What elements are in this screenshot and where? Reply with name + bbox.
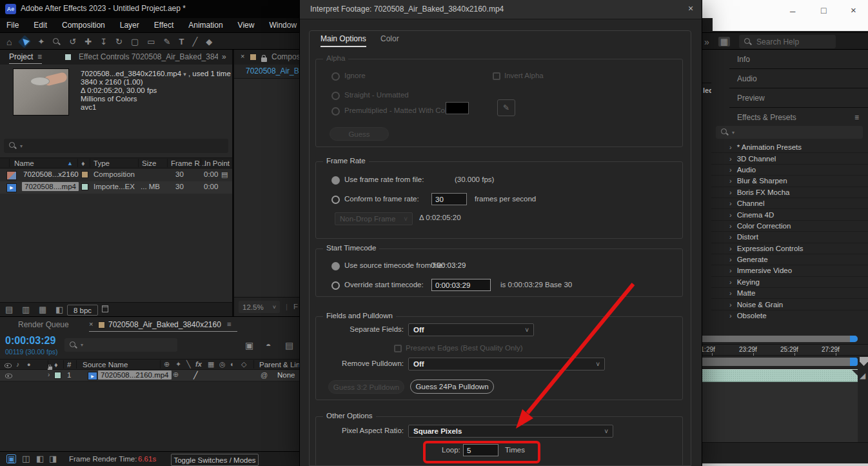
selection-tool-icon[interactable]: ▶ (18, 35, 32, 48)
shape-tool-icon[interactable]: ▭ (147, 37, 155, 46)
adjustment-layer-icon[interactable]: ◐ (230, 361, 235, 368)
maximize-button[interactable]: □ (821, 5, 826, 15)
menu-file[interactable]: File (6, 21, 19, 30)
navigator-end-handle[interactable] (850, 336, 858, 342)
guess-32-pulldown-button[interactable]: Guess 3:2 Pulldown (328, 380, 404, 394)
pixel-aspect-ratio-dropdown[interactable]: Square Pixels˅ (408, 425, 613, 438)
search-help-box[interactable]: Search Help (739, 35, 836, 48)
color-label-tan[interactable] (81, 171, 88, 178)
table-row-footage[interactable]: ▶ 7020508....mp4 Importe...EX ... MB 30 … (0, 181, 232, 194)
video-column-icon[interactable] (5, 363, 12, 369)
tab-render-queue[interactable]: Render Queue (18, 320, 69, 329)
matte-color-swatch[interactable] (446, 102, 469, 114)
timeline-navigator-bar[interactable] (702, 336, 858, 342)
close-tab-icon[interactable]: × (241, 52, 244, 60)
effects-category-color-correction[interactable]: ›Color Correction (711, 221, 868, 232)
search-options-caret-icon[interactable]: ▾ (20, 143, 23, 149)
menu-effect[interactable]: Effect (154, 21, 173, 30)
tab-composition-timeline[interactable]: 7020508_Air_Baked_3840x2160 (108, 320, 221, 329)
conform-frame-rate-radio[interactable] (331, 196, 340, 204)
toggle-switches-modes-button[interactable]: Toggle Switches / Modes (171, 454, 259, 466)
layer-expander-icon[interactable]: › (48, 371, 50, 378)
invert-alpha-checkbox[interactable] (493, 72, 500, 80)
footage-thumbnail[interactable] (13, 68, 69, 116)
color-label-teal[interactable] (81, 183, 88, 190)
panel-menu-icon[interactable]: ≡ (37, 52, 42, 61)
viewer-zoom-dropdown[interactable]: 12.5%˅ (239, 301, 280, 313)
panel-header-effects-presets[interactable]: Effects & Presets (737, 113, 796, 122)
straight-unmatted-radio[interactable] (331, 92, 340, 100)
frame-blending-toggle-icon[interactable]: ▣ (6, 454, 16, 463)
plugins-icon[interactable]: ▦ (718, 37, 730, 46)
rotation-tool-icon[interactable]: ↻ (115, 37, 123, 46)
menu-animation[interactable]: Animation (188, 21, 222, 30)
delete-icon[interactable] (102, 305, 108, 312)
dolly-camera-tool-icon[interactable]: ↧ (100, 37, 107, 46)
footage-name[interactable]: 7020508...ed_3840x2160.mp4 (81, 70, 181, 77)
frame-blend-icon[interactable]: ▤ (285, 341, 293, 350)
timeline-search-box[interactable]: ▾ (64, 338, 177, 352)
column-number[interactable]: # (67, 361, 71, 369)
effects-category-blur-sharpen[interactable]: ›Blur & Sharpen (711, 176, 868, 187)
preserve-edges-checkbox[interactable] (394, 345, 402, 352)
item-name-selected[interactable]: 7020508....mp4 (22, 182, 79, 191)
column-size[interactable]: Size (142, 159, 156, 167)
shy-icon[interactable]: ⊕ (164, 361, 170, 368)
table-row-composition[interactable]: 7020508...x2160 Composition 30 0:00 ▤ (0, 169, 232, 181)
new-composition-icon[interactable]: ▦ (39, 305, 46, 314)
camera-region-tool-icon[interactable]: ▢ (131, 37, 139, 46)
remove-pulldown-dropdown[interactable]: Off˅ (408, 358, 605, 370)
viewer-breadcrumb[interactable]: 7020508_Air_B (246, 66, 299, 76)
guess-24pa-pulldown-button[interactable]: Guess 24Pa Pulldown (410, 380, 494, 394)
comp-marker-icon[interactable] (860, 357, 868, 366)
menu-edit[interactable]: Edit (34, 21, 47, 30)
effects-category-matte[interactable]: ›Matte (711, 288, 868, 299)
panel-menu-icon[interactable]: ≡ (227, 320, 232, 328)
tab-main-options[interactable]: Main Options (321, 34, 366, 47)
use-frame-rate-from-file-radio[interactable] (331, 176, 340, 185)
effects-category-expression-controls[interactable]: ›Expression Controls (711, 243, 868, 254)
interpret-footage-icon[interactable]: ▤ (5, 305, 13, 314)
brush-tool-icon[interactable]: ╱ (192, 37, 197, 46)
menu-window[interactable]: Window (269, 21, 297, 30)
flowchart-icon[interactable]: ▤ (221, 170, 228, 179)
camera-icon[interactable]: ◨ (49, 454, 57, 463)
layer-source-name[interactable]: 7020508...2160.mp4 (98, 370, 172, 380)
layer-controls-icon[interactable]: ◢ (860, 371, 865, 380)
drop-frame-dropdown[interactable]: Non-Drop Frame˅ (335, 212, 413, 225)
effects-category-immersive-video[interactable]: ›Immersive Video (711, 265, 868, 276)
loop-input[interactable]: 5 (463, 444, 498, 456)
zoom-tool-icon[interactable] (53, 38, 61, 46)
motion-blur-column-icon[interactable]: ◎ (219, 361, 226, 368)
minimize-button[interactable]: – (790, 5, 795, 16)
composition-flowchart-icon[interactable]: ▣ (245, 341, 253, 350)
new-folder-icon[interactable]: ▥ (22, 305, 30, 314)
tab-color[interactable]: Color (380, 34, 399, 43)
effects-category-keying[interactable]: ›Keying (711, 277, 868, 288)
effects-category-boris-fx-mocha[interactable]: ›Boris FX Mocha (711, 187, 868, 198)
layer-duration-bar[interactable] (702, 369, 858, 382)
effects-category-audio[interactable]: ›Audio (711, 165, 868, 176)
guess-alpha-button[interactable]: Guess (330, 127, 389, 141)
effects-search-box[interactable]: ▾ (716, 126, 863, 139)
column-name[interactable]: Name (14, 159, 34, 167)
effects-category-distort[interactable]: ›Distort (711, 232, 868, 243)
layer-row[interactable]: › 1 ▶ 7020508...2160.mp4 ⊕ ╱ @ None (0, 370, 300, 381)
project-search-box[interactable]: ▾ (4, 139, 228, 153)
close-tab-icon[interactable]: × (89, 320, 93, 328)
layer-quality-icon[interactable]: ╱ (193, 371, 198, 380)
parent-dropdown[interactable]: None (277, 371, 295, 379)
label-column-icon[interactable]: ♦ (54, 361, 58, 369)
premultiplied-radio[interactable] (331, 107, 340, 116)
eyedropper-icon[interactable]: ✎ (497, 99, 515, 116)
panel-header-audio[interactable]: Audio (737, 74, 757, 83)
effects-category-generate[interactable]: ›Generate (711, 254, 868, 265)
item-name[interactable]: 7020508...x2160 (23, 170, 79, 178)
parent-pickwhip-icon[interactable]: @ (261, 371, 268, 379)
label-column-icon[interactable]: ♦ (81, 159, 85, 167)
menu-layer[interactable]: Layer (120, 21, 139, 30)
collapse-transformations-icon[interactable]: ✦ (175, 361, 181, 368)
tab-project[interactable]: Project ≡ (9, 52, 42, 64)
column-type[interactable]: Type (94, 159, 110, 167)
column-source-name[interactable]: Source Name (83, 361, 128, 369)
